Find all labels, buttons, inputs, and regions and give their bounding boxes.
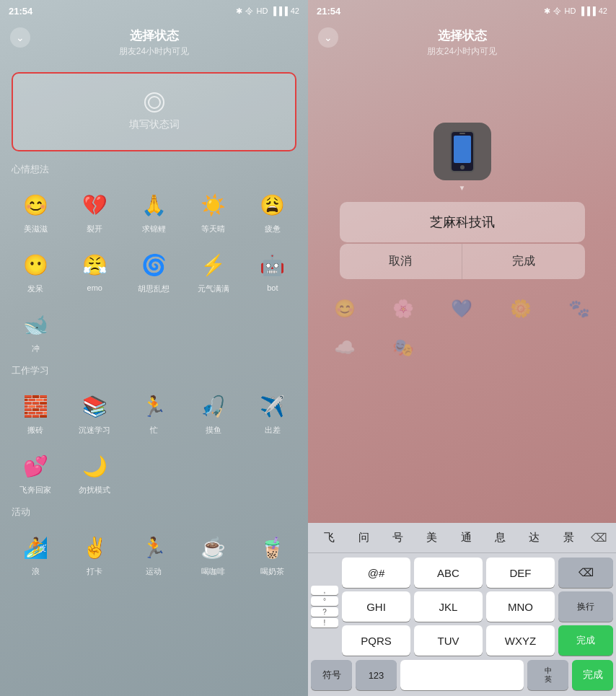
mood-item-5[interactable]: 😶 发呆 <box>6 242 65 301</box>
key-at-hash[interactable]: @# <box>342 558 410 588</box>
suggestion-1[interactable]: 问 <box>346 528 380 547</box>
mood-label-10: 冲 <box>32 343 40 354</box>
work-item-2[interactable]: 🏃 忙 <box>124 383 183 443</box>
signal-icon: ▐▐▐ <box>270 6 287 15</box>
suggestion-3[interactable]: 美 <box>415 528 449 547</box>
suggestion-7[interactable]: 景 <box>552 528 586 547</box>
activity-item-2[interactable]: 🏃 运动 <box>124 524 183 584</box>
work-item-4[interactable]: ✈️ 出差 <box>243 383 302 443</box>
confirm-button[interactable]: 完成 <box>462 244 585 279</box>
left-title: 选择状态 <box>130 27 179 44</box>
key-jkl[interactable]: JKL <box>414 591 483 622</box>
work-label-4: 出差 <box>265 425 281 436</box>
work-item-1[interactable]: 📚 沉迷学习 <box>65 383 124 443</box>
mood-item-6[interactable]: 😤 emo <box>65 242 124 301</box>
chevron-down-icon: ⌄ <box>16 32 25 43</box>
activity-label-0: 浪 <box>32 566 40 577</box>
kb-bottom-row: 符号 123 中英 完成 <box>311 660 613 690</box>
activity-item-0[interactable]: 🏄 浪 <box>6 524 65 584</box>
done-right-button[interactable]: 完成 <box>558 625 613 656</box>
right-subtitle: 朋友24小时内可见 <box>427 45 497 58</box>
suggestion-5[interactable]: 息 <box>483 528 517 547</box>
bluetooth-icon: ✱ <box>236 6 242 16</box>
suggestion-2[interactable]: 号 <box>381 528 415 547</box>
mood-icon-3: ☀️ <box>198 189 229 221</box>
punct-question[interactable]: ? <box>311 607 338 617</box>
work-label-2: 忙 <box>150 425 158 436</box>
key-def[interactable]: DEF <box>486 558 555 588</box>
keyboard[interactable]: 飞 问 号 美 通 息 达 景 ⌫ , ° ? ! <box>308 523 616 696</box>
faded-item-2: 💙 <box>433 289 491 328</box>
key-pqrs[interactable]: PQRS <box>342 625 410 656</box>
mood-item-2[interactable]: 🙏 求锦鲤 <box>124 182 183 242</box>
faded-item-6: 🎭 <box>374 328 432 367</box>
suggestion-0[interactable]: 飞 <box>312 528 346 547</box>
r-hd-icon: HD <box>564 6 576 15</box>
activity-icon-0: 🏄 <box>19 532 51 563</box>
symbol-key[interactable]: 符号 <box>311 660 352 690</box>
suggestion-6[interactable]: 达 <box>517 528 551 547</box>
activity-label-2: 运动 <box>146 566 162 577</box>
r-chevron-down-icon: ⌄ <box>324 32 333 43</box>
activity-grid: 🏄 浪 ✌️ 打卡 🏃 运动 ☕ 喝咖啡 🧋 喝奶茶 <box>0 524 308 587</box>
mood-item-8[interactable]: ⚡ 元气满满 <box>184 242 243 301</box>
activity-item-1[interactable]: ✌️ 打卡 <box>65 524 124 584</box>
input-placeholder: 填写状态词 <box>129 118 180 131</box>
activity-icon-3: ☕ <box>198 532 229 563</box>
key-tuv[interactable]: TUV <box>414 625 483 656</box>
mood-item-4[interactable]: 😩 疲惫 <box>243 182 302 242</box>
work-item-6[interactable]: 🌙 勿扰模式 <box>65 443 124 503</box>
work-item-5[interactable]: 💕 飞奔回家 <box>6 443 65 503</box>
done-bottom-button[interactable]: 完成 <box>572 660 613 690</box>
space-key[interactable] <box>400 660 524 690</box>
activity-icon-2: 🏃 <box>138 532 170 563</box>
suggestion-4[interactable]: 通 <box>449 528 483 547</box>
work-icon-6: 🌙 <box>79 450 110 482</box>
zh-en-key[interactable]: 中英 <box>527 660 568 690</box>
num-key[interactable]: 123 <box>356 660 397 690</box>
activity-icon-4: 🧋 <box>257 532 289 563</box>
punct-comma[interactable]: , <box>311 586 338 595</box>
phone-svg-icon <box>449 130 475 173</box>
key-ghi[interactable]: GHI <box>342 591 410 622</box>
work-item-3[interactable]: 🎣 摸鱼 <box>184 383 243 443</box>
key-mno[interactable]: MNO <box>486 591 555 622</box>
punct-period[interactable]: ° <box>311 596 338 606</box>
left-header: ⌄ 选择状态 朋友24小时内可见 <box>0 22 308 65</box>
activity-item-4[interactable]: 🧋 喝奶茶 <box>243 524 302 584</box>
mood-icon-0: 😊 <box>19 189 51 221</box>
switch-button[interactable]: 换行 <box>558 591 613 622</box>
work-label-5: 飞奔回家 <box>19 485 51 495</box>
back-button[interactable]: ⌄ <box>10 27 30 48</box>
mood-item-9[interactable]: 🤖 bot <box>243 242 302 301</box>
status-input-box[interactable]: 填写状态词 <box>12 72 296 151</box>
section-label-activity: 活动 <box>0 506 308 524</box>
activity-item-3[interactable]: ☕ 喝咖啡 <box>184 524 243 584</box>
mood-label-8: 元气满满 <box>198 283 229 294</box>
punct-exclaim[interactable]: ! <box>311 618 338 627</box>
mood-icon-5: 😶 <box>19 249 51 281</box>
mood-item-0[interactable]: 😊 美滋滋 <box>6 182 65 242</box>
backspace-button[interactable]: ⌫ <box>558 558 613 588</box>
cancel-button[interactable]: 取消 <box>340 244 463 279</box>
mood-item-1[interactable]: 💔 裂开 <box>65 182 124 242</box>
faded-item-4: 🐾 <box>550 289 609 328</box>
work-icon-4: ✈️ <box>257 390 289 422</box>
mood-item-7[interactable]: 🌀 胡思乱想 <box>124 242 183 301</box>
section-label-work: 工作学习 <box>0 364 308 383</box>
work-label-6: 勿扰模式 <box>79 485 110 495</box>
mood-label-6: emo <box>87 283 102 292</box>
mood-item-3[interactable]: ☀️ 等天晴 <box>184 182 243 242</box>
activity-label-1: 打卡 <box>87 566 102 577</box>
kb-subrow-2: GHI JKL MNO 换行 <box>342 591 613 622</box>
left-time: 21:54 <box>9 6 32 17</box>
right-back-button[interactable]: ⌄ <box>318 27 338 48</box>
work-grid: 🧱 搬砖 📚 沉迷学习 🏃 忙 🎣 摸鱼 ✈️ 出差 💕 飞奔回家 🌙 勿扰模式 <box>0 383 308 506</box>
r-signal-icon: ▐▐▐ <box>578 6 595 15</box>
delete-suggestion-button[interactable]: ⌫ <box>586 525 612 551</box>
mood-item-10[interactable]: 🐋 冲 <box>6 301 65 361</box>
svg-rect-3 <box>459 133 465 134</box>
key-wxyz[interactable]: WXYZ <box>486 625 555 656</box>
work-item-0[interactable]: 🧱 搬砖 <box>6 383 65 443</box>
key-abc[interactable]: ABC <box>414 558 483 588</box>
